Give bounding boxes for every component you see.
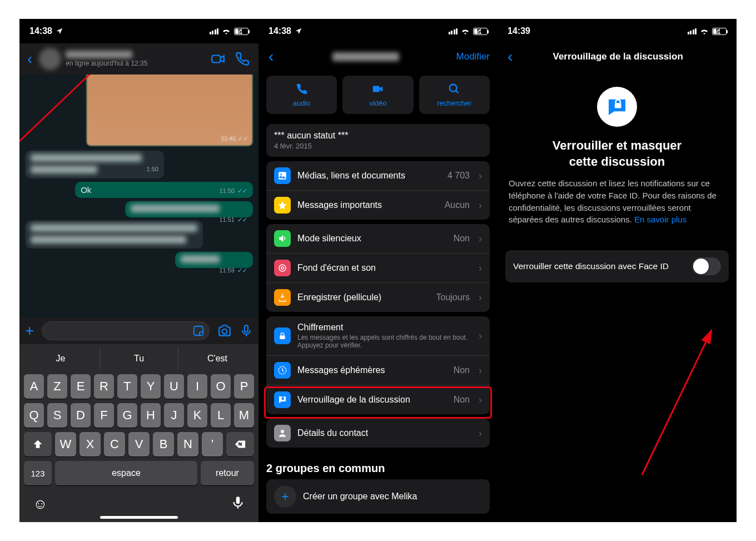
key[interactable]: R bbox=[94, 374, 114, 399]
message-input-bar: + bbox=[19, 317, 258, 344]
battery-icon: 50 bbox=[234, 28, 248, 35]
chat-lock-hero-icon bbox=[597, 87, 637, 127]
edit-button[interactable]: Modifier bbox=[456, 51, 490, 62]
ephemeral-row[interactable]: Messages éphémères Non› bbox=[266, 355, 490, 385]
contact-details-row[interactable]: Détails du contact › bbox=[266, 419, 490, 448]
emoji-key[interactable]: ☺ bbox=[33, 495, 48, 513]
key[interactable]: X bbox=[79, 432, 101, 456]
wifi-icon bbox=[461, 28, 470, 34]
info-header: ‹ Modifier bbox=[258, 43, 498, 70]
suggestion[interactable]: Tu bbox=[100, 348, 178, 370]
contact-title[interactable]: en ligne aujourd'hui à 12:35 bbox=[66, 51, 206, 68]
svg-point-12 bbox=[281, 267, 284, 270]
save-row[interactable]: Enregistrer (pellicule) Toujours› bbox=[266, 282, 490, 312]
message-out[interactable]: 11:51 ✓✓ bbox=[125, 201, 253, 217]
lock-toggle-row: Verrouiller cette discussion avec Face I… bbox=[505, 250, 729, 282]
key[interactable]: Q bbox=[24, 403, 44, 428]
phone-call-icon[interactable] bbox=[235, 52, 250, 66]
key[interactable]: F bbox=[94, 403, 114, 428]
attach-button[interactable]: + bbox=[25, 322, 34, 340]
back-button[interactable]: ‹ bbox=[25, 50, 34, 68]
wallpaper-row[interactable]: Fond d'écran et son › bbox=[266, 253, 490, 282]
person-icon bbox=[277, 428, 287, 438]
key[interactable]: E bbox=[71, 374, 91, 399]
sticker-icon[interactable] bbox=[192, 325, 205, 337]
wifi-icon bbox=[222, 28, 231, 34]
key[interactable]: T bbox=[117, 374, 137, 399]
backspace-key[interactable] bbox=[226, 432, 254, 456]
video-call-button[interactable]: vidéo bbox=[342, 76, 413, 114]
chat-lock-row[interactable]: Verrouillage de la discussion Non› bbox=[266, 385, 490, 414]
status-card[interactable]: *** aucun statut *** 4 févr. 2015 bbox=[266, 124, 490, 157]
numbers-key[interactable]: 123 bbox=[24, 461, 52, 485]
key[interactable]: W bbox=[55, 432, 76, 456]
key[interactable]: V bbox=[128, 432, 150, 456]
groups-heading: 2 groupes en commun bbox=[258, 452, 498, 477]
search-button[interactable]: rechercher bbox=[419, 76, 490, 114]
keyboard: Je Tu C'est AZERTYUIOP QSDFGHJKLM WXCVBN… bbox=[19, 344, 258, 522]
message-out[interactable]: 11:59 ✓✓ bbox=[175, 252, 253, 268]
camera-icon[interactable] bbox=[217, 324, 232, 338]
key[interactable]: H bbox=[141, 403, 161, 428]
key[interactable]: B bbox=[153, 432, 174, 456]
key[interactable]: ' bbox=[202, 432, 223, 456]
key[interactable]: N bbox=[177, 432, 198, 456]
lock-header: ‹ Verrouillage de la discussion bbox=[498, 43, 737, 70]
key[interactable]: I bbox=[187, 374, 207, 399]
audio-call-button[interactable]: audio bbox=[266, 76, 337, 114]
keyboard-suggestions: Je Tu C'est bbox=[22, 348, 256, 370]
message-in[interactable] bbox=[25, 221, 203, 249]
key[interactable]: J bbox=[164, 403, 184, 428]
svg-line-18 bbox=[642, 330, 712, 475]
back-button[interactable]: ‹ bbox=[266, 48, 276, 66]
key[interactable]: S bbox=[47, 403, 67, 428]
key[interactable]: G bbox=[117, 403, 137, 428]
message-out[interactable]: Ok 11:50 ✓✓ bbox=[75, 182, 253, 198]
media-card: Médias, liens et documents 4 703› Messag… bbox=[266, 161, 490, 220]
starred-row[interactable]: Messages importants Aucun› bbox=[266, 190, 490, 220]
media-row[interactable]: Médias, liens et documents 4 703› bbox=[266, 161, 490, 190]
key[interactable]: D bbox=[71, 403, 91, 428]
key[interactable]: L bbox=[211, 403, 231, 428]
mute-row[interactable]: Mode silencieux Non› bbox=[266, 224, 490, 253]
timer-icon bbox=[277, 365, 287, 375]
dictation-icon[interactable] bbox=[231, 495, 245, 510]
messages-area[interactable]: 11:41 ✓✓ 1:50 Ok 11:50 ✓✓ 11:51 ✓✓ 11:59… bbox=[19, 50, 258, 322]
space-key[interactable]: espace bbox=[55, 461, 197, 485]
key[interactable]: P bbox=[234, 374, 254, 399]
shift-key[interactable] bbox=[24, 432, 52, 456]
encryption-row[interactable]: Chiffrement Les messages et les appels s… bbox=[266, 316, 490, 355]
suggestion[interactable]: Je bbox=[22, 348, 100, 370]
key[interactable]: K bbox=[187, 403, 207, 428]
key[interactable]: M bbox=[234, 403, 254, 428]
key[interactable]: Y bbox=[141, 374, 161, 399]
video-call-icon[interactable] bbox=[211, 52, 225, 66]
phone-chat-screen: 14:38 50 ‹ en ligne aujourd'hui à 12:35 … bbox=[19, 19, 258, 522]
signal-icon bbox=[210, 28, 219, 34]
key[interactable]: O bbox=[211, 374, 231, 399]
page-title: Verrouillage de la discussion bbox=[507, 51, 729, 62]
avatar[interactable] bbox=[39, 48, 61, 70]
svg-rect-0 bbox=[212, 56, 220, 63]
key[interactable]: Z bbox=[47, 374, 67, 399]
status-time: 14:39 bbox=[508, 26, 530, 36]
security-card: Chiffrement Les messages et les appels s… bbox=[266, 316, 490, 414]
key[interactable]: C bbox=[104, 432, 125, 456]
video-icon bbox=[371, 83, 385, 95]
message-input[interactable] bbox=[42, 321, 210, 340]
create-group-row[interactable]: + Créer un groupe avec Melika bbox=[266, 479, 490, 514]
phone-chat-lock-settings: 14:39 50 ‹ Verrouillage de la discussion… bbox=[498, 19, 737, 522]
learn-more-link[interactable]: En savoir plus bbox=[634, 215, 687, 224]
download-icon bbox=[277, 292, 287, 302]
mic-icon[interactable] bbox=[240, 324, 253, 337]
svg-rect-17 bbox=[615, 103, 621, 108]
contact-details-card: Détails du contact › bbox=[266, 419, 490, 448]
key[interactable]: A bbox=[24, 374, 44, 399]
key[interactable]: U bbox=[164, 374, 184, 399]
status-bar: 14:38 50 bbox=[258, 19, 498, 43]
return-key[interactable]: retour bbox=[201, 461, 254, 485]
wifi-icon bbox=[700, 28, 709, 34]
message-in[interactable]: 1:50 bbox=[25, 151, 164, 178]
lock-toggle[interactable] bbox=[692, 257, 721, 275]
suggestion[interactable]: C'est bbox=[178, 348, 256, 370]
